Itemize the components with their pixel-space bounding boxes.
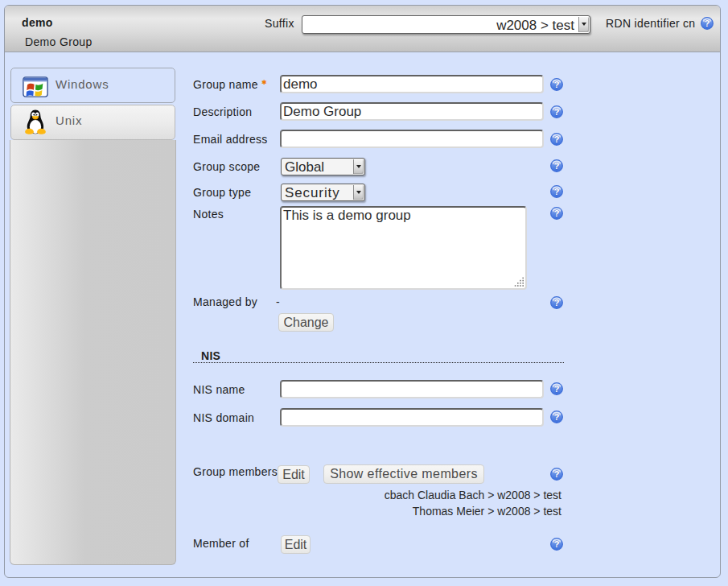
svg-text:?: ? xyxy=(553,384,559,394)
svg-text:?: ? xyxy=(553,187,559,196)
svg-text:?: ? xyxy=(553,161,559,171)
svg-text:?: ? xyxy=(553,539,559,549)
svg-text:?: ? xyxy=(704,19,709,28)
svg-text:?: ? xyxy=(553,412,559,422)
svg-text:?: ? xyxy=(553,107,559,117)
svg-text:?: ? xyxy=(553,134,559,144)
svg-text:?: ? xyxy=(553,298,559,307)
svg-text:?: ? xyxy=(553,208,559,218)
svg-text:?: ? xyxy=(553,469,559,479)
svg-text:?: ? xyxy=(553,80,559,89)
